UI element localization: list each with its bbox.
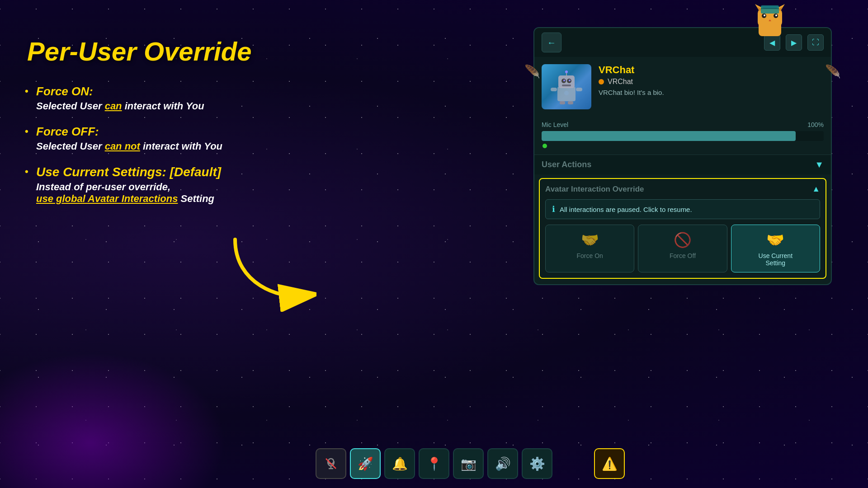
svg-rect-20 — [562, 84, 571, 86]
profile-status-row: VRChat — [599, 78, 824, 86]
audio-button[interactable]: 🔊 — [487, 448, 518, 479]
profile-section: VRChat VRChat VRChat bio! It's a bio. — [534, 57, 831, 117]
force-on-label: Force On — [576, 252, 603, 259]
mic-label: Mic Level — [542, 121, 568, 128]
home-button[interactable]: 🚀 — [350, 448, 381, 479]
use-current-title: Use Current Settings: [Default] — [36, 165, 298, 179]
force-off-icon: 🚫 — [674, 231, 692, 249]
settings-icon: ⚙️ — [529, 456, 545, 471]
avatar — [542, 64, 591, 109]
location-button[interactable]: 📍 — [419, 448, 449, 479]
paused-icon: ℹ — [552, 204, 555, 214]
force-on-icon: 🤝 — [581, 231, 599, 249]
mic-bar-fill — [542, 131, 796, 141]
override-title: Avatar Interaction Override — [545, 185, 644, 194]
mic-bar-track — [542, 131, 824, 141]
svg-rect-26 — [560, 101, 565, 104]
svg-point-25 — [564, 91, 569, 95]
svg-point-22 — [565, 70, 568, 73]
mic-section: Mic Level 100% — [534, 117, 831, 155]
override-chevron[interactable]: ▲ — [812, 184, 820, 194]
profile-info: VRChat VRChat VRChat bio! It's a bio. — [599, 64, 824, 109]
page-title: Per-User Override — [27, 36, 298, 66]
profile-bio: VRChat bio! It's a bio. — [599, 89, 824, 96]
arrow-indicator — [226, 230, 316, 314]
status-dot — [599, 79, 604, 84]
mic-active-dot — [542, 144, 547, 148]
svg-rect-27 — [568, 101, 573, 104]
svg-point-10 — [775, 14, 777, 16]
user-actions-label: User Actions — [542, 160, 591, 169]
audio-icon: 🔊 — [495, 456, 511, 471]
cat-mascot — [750, 3, 790, 39]
user-actions-header: User Actions ▼ — [534, 155, 831, 174]
interaction-buttons: 🤝 Force On 🚫 Force Off 🤝 Use CurrentSett… — [545, 225, 820, 272]
svg-point-9 — [764, 14, 765, 16]
camera-icon: 📷 — [461, 456, 476, 471]
paused-notice[interactable]: ℹ All interactions are paused. Click to … — [545, 199, 820, 219]
camera-button[interactable]: 📷 — [453, 448, 484, 479]
wing-right-icon: 🪶 — [825, 64, 841, 79]
location-icon: 📍 — [426, 456, 442, 471]
svg-point-18 — [563, 80, 565, 81]
bullet-force-on: Force ON: Selected User can interact wit… — [27, 84, 298, 112]
force-on-title: Force ON: — [36, 84, 298, 99]
svg-rect-23 — [551, 88, 557, 91]
use-current-button[interactable]: 🤝 Use CurrentSetting — [731, 225, 820, 272]
svg-point-19 — [569, 80, 571, 81]
override-section: Avatar Interaction Override ▲ ℹ All inte… — [539, 178, 826, 279]
force-on-desc: Selected User can interact with You — [36, 100, 298, 112]
force-off-label: Force Off — [670, 252, 696, 259]
force-off-desc: Selected User can not interact with You — [36, 141, 298, 152]
settings-button[interactable]: ⚙️ — [522, 448, 552, 479]
force-off-title: Force OFF: — [36, 125, 298, 139]
use-current-icon: 🤝 — [766, 231, 784, 249]
bell-icon: 🔔 — [392, 456, 408, 471]
user-actions-chevron[interactable]: ▼ — [815, 160, 824, 170]
notifications-button[interactable]: 🔔 — [384, 448, 415, 479]
svg-rect-24 — [576, 88, 582, 91]
svg-rect-12 — [761, 5, 779, 14]
explanation-panel: Per-User Override Force ON: Selected Use… — [27, 36, 298, 217]
vrchat-panel: 🪶 🪶 ← ◀ ▶ ⛶ — [533, 27, 832, 285]
warning-icon: ⚠️ — [602, 456, 618, 471]
home-icon: 🚀 — [358, 456, 373, 471]
force-off-button[interactable]: 🚫 Force Off — [638, 225, 727, 272]
mute-button[interactable] — [316, 448, 346, 479]
bottom-toolbar: 🚀 🔔 📍 📷 🔊 ⚙️ ⚠️ — [316, 448, 552, 479]
force-on-button[interactable]: 🤝 Force On — [545, 225, 634, 272]
profile-status: VRChat — [608, 78, 633, 86]
mic-value: 100% — [807, 121, 824, 128]
override-header: Avatar Interaction Override ▲ — [545, 184, 820, 194]
profile-name: VRChat — [599, 64, 824, 76]
back-button[interactable]: ← — [542, 33, 561, 52]
wing-left-icon: 🪶 — [524, 64, 540, 79]
bullet-force-off: Force OFF: Selected User can not interac… — [27, 125, 298, 152]
use-current-desc: Instead of per-user override, use global… — [36, 181, 298, 205]
mic-label-row: Mic Level 100% — [542, 121, 824, 128]
expand-button[interactable]: ⛶ — [807, 34, 824, 51]
bullet-use-current: Use Current Settings: [Default] Instead … — [27, 165, 298, 205]
paused-text: All interactions are paused. Click to re… — [560, 206, 692, 213]
warning-button[interactable]: ⚠️ — [594, 448, 625, 479]
use-current-label: Use CurrentSetting — [759, 252, 793, 267]
